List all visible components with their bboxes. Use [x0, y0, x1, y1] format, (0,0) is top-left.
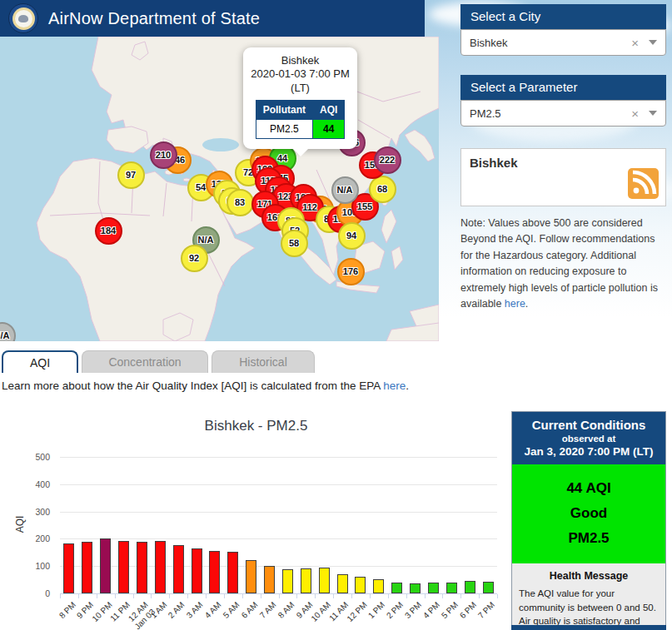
x-axis-tick [261, 594, 261, 598]
chart-title: Bishkek - PM2.5 [0, 418, 512, 434]
x-axis-label: 2 PM [385, 600, 406, 621]
aqi-marker[interactable]: 68 [369, 176, 396, 203]
note-here-link[interactable]: here [505, 298, 525, 310]
aqi-marker[interactable]: 83 [226, 189, 254, 216]
health-message-text: The AQI value for your community is betw… [519, 587, 659, 630]
department-of-state-seal-logo [8, 3, 38, 33]
x-axis-tick [479, 594, 480, 598]
aqi-value: 44 AQI [512, 476, 665, 501]
aqi-marker[interactable]: 58 [281, 230, 308, 257]
aqi-bar [446, 583, 457, 593]
chevron-down-icon[interactable] [649, 40, 657, 45]
x-axis-tick [388, 594, 389, 598]
y-axis-title: AQI [14, 516, 26, 533]
aqi-marker[interactable]: 92 [181, 245, 208, 272]
x-axis-label: 2 AM [167, 600, 187, 620]
chevron-down-icon[interactable] [649, 111, 657, 116]
clear-icon[interactable]: × [631, 107, 639, 121]
learn-more-here-link[interactable]: here [383, 379, 406, 392]
x-axis-tick [151, 594, 152, 598]
aqi-category: Good [512, 501, 665, 526]
popup-city: Bishkek [281, 54, 320, 67]
x-axis-tick [333, 594, 334, 598]
aqi-bar [282, 569, 293, 593]
map-popup: Bishkek 2020-01-03 7:00 PM (LT) Pollutan… [243, 47, 357, 149]
x-axis-tick [460, 594, 461, 598]
x-axis-label: 3 PM [403, 600, 424, 621]
world-map[interactable]: 1462109754137886883721324416014511517812… [0, 37, 439, 341]
aqi-bar [483, 582, 494, 593]
x-axis-label: 6 PM [458, 600, 479, 621]
app-header: AirNow Department of State [0, 0, 425, 37]
x-axis-label: 7 AM [257, 600, 277, 620]
observed-at-label: observed at [515, 434, 662, 444]
tab-concentration[interactable]: Concentration [82, 350, 208, 373]
airnow-page: AirNow Department of State [0, 0, 672, 630]
aqi-bar [82, 542, 92, 593]
gridline [60, 512, 497, 513]
x-axis-tick [187, 594, 188, 598]
health-message-title: Health Message [519, 570, 659, 582]
current-conditions-header: Current Conditions observed at Jan 3, 20… [512, 412, 665, 464]
aqi-summary-block: 44 AQI Good PM2.5 [512, 464, 665, 563]
gridline [60, 457, 497, 458]
x-axis-tick [425, 594, 426, 598]
x-axis-tick [78, 594, 79, 598]
aqi-bar [63, 543, 74, 593]
popup-aqi-value: 44 [312, 119, 344, 138]
parameter-select-value: PM2.5 [470, 107, 631, 120]
aqi-marker[interactable]: 210 [150, 141, 177, 169]
popup-col-aqi: AQI [312, 100, 344, 119]
x-axis-tick [60, 594, 61, 598]
x-axis-label: 3 AM [185, 600, 205, 620]
x-axis-label: 1 PM [366, 600, 387, 621]
aqi-pollutant: PM2.5 [512, 526, 665, 551]
aqi-marker[interactable]: 94 [338, 222, 366, 250]
y-axis-tick-label: 400 [17, 479, 50, 489]
x-axis-tick [242, 594, 243, 598]
tab-aqi[interactable]: AQI [2, 350, 78, 373]
panel-bottom-strip [511, 625, 666, 630]
parameter-select-box: Select a Parameter PM2.5 × [460, 75, 666, 126]
popup-col-pollutant: Pollutant [256, 100, 312, 119]
aqi-bar [410, 583, 421, 593]
clear-icon[interactable]: × [631, 36, 639, 50]
tab-historical[interactable]: Historical [212, 350, 315, 373]
x-axis-tick [315, 594, 316, 598]
aqi-marker[interactable]: 222 [374, 146, 401, 174]
popup-pollutant-value: PM2.5 [256, 119, 312, 138]
parameter-select[interactable]: PM2.5 × [460, 100, 666, 126]
x-axis-label: 8 PM [57, 600, 77, 621]
current-conditions-panel: Current Conditions observed at Jan 3, 20… [511, 411, 666, 630]
aqi-bar [227, 552, 238, 593]
x-axis-tick [115, 594, 116, 598]
rss-icon[interactable] [628, 168, 659, 199]
parameter-select-header: Select a Parameter [460, 75, 666, 100]
learn-more-text: Learn more about how the Air Quality Ind… [2, 379, 409, 392]
aqi-marker[interactable]: 176 [337, 258, 365, 285]
aqi-marker[interactable]: 97 [117, 161, 145, 189]
aqi-bar [355, 577, 366, 593]
aqi-bar [373, 579, 384, 593]
city-select-value: Bishkek [470, 37, 631, 49]
x-axis-label: 5 AM [222, 600, 241, 620]
x-axis-tick [406, 594, 407, 598]
aqi-bar [209, 551, 220, 593]
x-axis-tick [370, 594, 371, 598]
gridline [60, 538, 497, 539]
x-axis-label: 6 AM [240, 600, 260, 620]
x-axis-label: 5 PM [440, 600, 460, 621]
aqi-bar-chart: Bishkek - PM2.5 0100200300400500AQI8 PM9… [0, 406, 512, 630]
city-select[interactable]: Bishkek × [460, 29, 666, 56]
aqi-marker[interactable]: 184 [95, 217, 122, 245]
rss-feed-box: Bishkek [460, 148, 666, 206]
gridline [60, 484, 497, 485]
aqi-bar [100, 538, 111, 593]
eagle-emblem [18, 15, 28, 22]
x-axis-tick [169, 594, 170, 598]
aqi-marker[interactable]: N/A [331, 176, 359, 204]
city-select-box: Select a City Bishkek × [460, 4, 666, 56]
aqi-bar [428, 583, 439, 593]
observed-datetime: Jan 3, 2020 7:00 PM (LT) [515, 445, 662, 458]
x-axis-tick [224, 594, 225, 598]
